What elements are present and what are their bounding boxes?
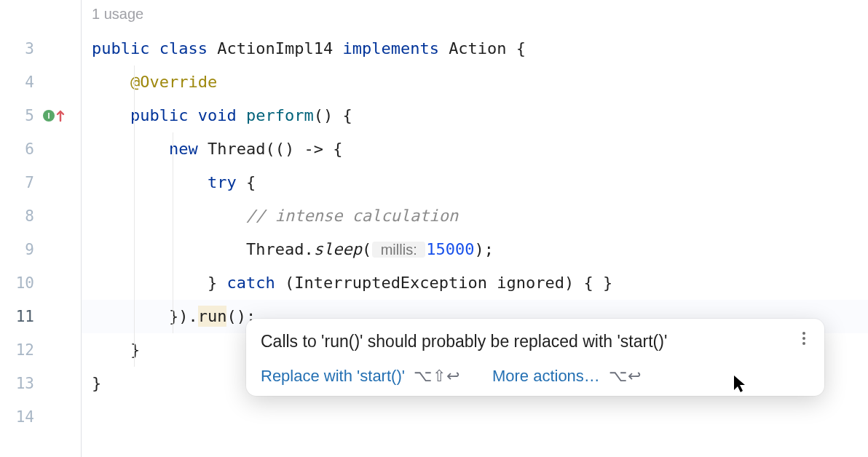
code-line[interactable]: } catch (InterruptedException ignored) {… [82, 266, 868, 300]
line-number: 12 [0, 333, 81, 367]
code-line[interactable]: @Override [82, 65, 868, 99]
line-number: 6 [0, 132, 81, 166]
inspection-tooltip: Calls to 'run()' should probably be repl… [246, 319, 824, 396]
gutter: 3 4 5 I 6 7 8 9 10 11 12 13 14 [0, 0, 82, 457]
code-line[interactable] [82, 400, 868, 434]
action-label: Replace with 'start()' [261, 367, 405, 386]
tooltip-title: Calls to 'run()' should probably be repl… [261, 330, 667, 352]
arrow-up-icon [56, 109, 65, 122]
code-line[interactable]: Thread.sleep( millis: 15000); [82, 233, 868, 266]
line-number: 14 [0, 400, 81, 434]
implements-icon: I [43, 110, 55, 122]
line-number: 5 I [0, 99, 81, 132]
line-number: 8 [0, 199, 81, 233]
code-line[interactable]: public class ActionImpl14 implements Act… [82, 32, 868, 65]
code-line[interactable]: // intense calculation [82, 199, 868, 233]
code-line[interactable]: public void perform() { [82, 99, 868, 132]
more-icon[interactable] [797, 330, 811, 345]
code-line[interactable]: try { [82, 166, 868, 199]
quickfix-replace-action[interactable]: Replace with 'start()' ⌥⇧↩ [261, 367, 460, 386]
inspection-highlight[interactable]: run [198, 306, 227, 327]
shortcut: ⌥⇧↩ [414, 367, 460, 386]
line-number: 3 [0, 32, 81, 65]
shortcut: ⌥↩ [609, 367, 642, 386]
more-actions-action[interactable]: More actions… ⌥↩ [492, 367, 642, 386]
line-number: 4 [0, 65, 81, 99]
inlay-hint[interactable]: millis: [372, 242, 425, 258]
usage-hint[interactable]: 1 usage [92, 6, 143, 23]
line-number-value: 5 [25, 107, 34, 124]
line-number: 11 [0, 300, 81, 333]
code-editor[interactable]: 3 4 5 I 6 7 8 9 10 11 12 13 14 1 usage p… [0, 0, 868, 457]
line-number: 7 [0, 166, 81, 199]
implements-gutter-icon[interactable]: I [43, 108, 72, 124]
line-number: 9 [0, 233, 81, 266]
line-number: 13 [0, 367, 81, 400]
code-line[interactable]: new Thread(() -> { [82, 132, 868, 166]
tooltip-actions: Replace with 'start()' ⌥⇧↩ More actions…… [261, 367, 811, 386]
line-number: 10 [0, 266, 81, 300]
action-label: More actions… [492, 367, 600, 386]
